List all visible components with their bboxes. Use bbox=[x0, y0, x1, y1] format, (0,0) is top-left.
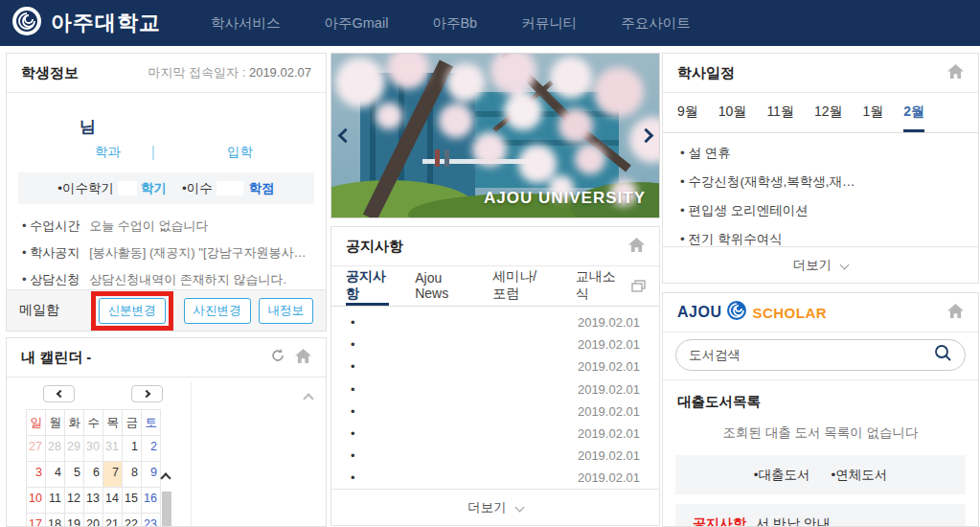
tab-campus-news[interactable]: 교내소식 bbox=[576, 266, 619, 306]
tab-seminar-forum[interactable]: 세미나/포럼 bbox=[492, 266, 550, 306]
notice-row[interactable]: •2019.02.01 bbox=[331, 355, 659, 378]
calendar-next-button[interactable] bbox=[131, 385, 163, 402]
scroll-up-icon[interactable] bbox=[160, 472, 171, 483]
day-cell[interactable]: 10 bbox=[27, 488, 46, 514]
notices-more-button[interactable]: 더보기 bbox=[331, 489, 659, 525]
day-cell-today[interactable]: 7 bbox=[103, 462, 123, 488]
credit-unit[interactable]: 학점 bbox=[249, 180, 275, 197]
chevron-down-icon bbox=[840, 261, 850, 270]
schedule-more-button[interactable]: 더보기 bbox=[663, 246, 978, 283]
day-cell[interactable]: 19 bbox=[65, 514, 84, 527]
weekday-fri: 금 bbox=[123, 410, 142, 436]
day-cell[interactable]: 20 bbox=[84, 514, 103, 527]
library-notice-box[interactable]: 공지사항 서 반납 안내 bbox=[675, 504, 966, 527]
home-icon[interactable] bbox=[947, 304, 964, 322]
book-search-box[interactable] bbox=[675, 339, 966, 371]
menu-community[interactable]: 커뮤니티 bbox=[521, 14, 577, 33]
day-cell[interactable]: 29 bbox=[65, 436, 84, 462]
tab-month-2[interactable]: 2월 bbox=[903, 93, 924, 132]
notice-row[interactable]: •2019.02.01 bbox=[331, 378, 659, 401]
overdue-books-link[interactable]: •연체도서 bbox=[832, 467, 888, 484]
tab-month-9[interactable]: 9월 bbox=[677, 93, 698, 132]
loan-empty-message: 조회된 대출 도서 목록이 없습니다 bbox=[663, 415, 978, 455]
tab-month-12[interactable]: 12월 bbox=[814, 93, 843, 132]
carousel-next-icon[interactable] bbox=[636, 123, 655, 149]
notice-row[interactable]: •2019.02.01 bbox=[331, 445, 659, 467]
student-info-rows: • 수업시간 오늘 수업이 없습니다 • 학사공지 [봉사활동] (재공지) "… bbox=[22, 218, 310, 288]
day-cell[interactable]: 17 bbox=[27, 514, 46, 527]
day-cell[interactable]: 9 bbox=[142, 462, 161, 488]
day-cell[interactable]: 15 bbox=[123, 488, 142, 514]
day-cell[interactable]: 21 bbox=[103, 514, 123, 527]
notice-row[interactable]: •2019.02.01 bbox=[331, 401, 659, 423]
library-notice-badge: 공지사항 bbox=[693, 516, 746, 527]
day-cell[interactable]: 1 bbox=[123, 436, 142, 462]
loan-books-link[interactable]: •대출도서 bbox=[754, 467, 810, 484]
notice-row[interactable]: •2019.02.01 bbox=[331, 333, 659, 355]
day-cell[interactable]: 13 bbox=[84, 488, 103, 514]
home-icon[interactable] bbox=[628, 238, 645, 256]
calendar-body: 일 월 화 수 목 금 토 27 28 29 30 31 1 2 3 4 5 6… bbox=[7, 378, 326, 527]
search-icon[interactable] bbox=[934, 344, 952, 366]
schedule-scroll-up-icon[interactable] bbox=[303, 393, 313, 403]
day-cell[interactable]: 16 bbox=[142, 488, 161, 514]
calendar-scrollbar[interactable] bbox=[162, 469, 172, 527]
day-cell[interactable]: 14 bbox=[103, 488, 123, 514]
day-cell[interactable]: 28 bbox=[46, 436, 65, 462]
day-cell[interactable]: 2 bbox=[142, 436, 161, 462]
student-dept-row: 학과 입학 bbox=[7, 144, 326, 163]
day-cell[interactable]: 8 bbox=[123, 462, 142, 488]
student-info-title: 학생정보 bbox=[21, 64, 79, 82]
my-info-button[interactable]: 내정보 bbox=[259, 298, 314, 324]
day-cell[interactable]: 3 bbox=[27, 462, 46, 488]
my-calendar-panel: 내 캘린더 - 일 월 화 수 목 금 토 bbox=[6, 337, 327, 527]
schedule-item[interactable]: • 편입생 오리엔테이션 bbox=[680, 202, 961, 219]
last-access-date: 2019.02.07 bbox=[249, 65, 311, 80]
home-icon[interactable] bbox=[947, 64, 964, 82]
tab-notices[interactable]: 공지사항 bbox=[346, 266, 389, 306]
tab-month-11[interactable]: 11월 bbox=[766, 93, 794, 132]
menu-academic-services[interactable]: 학사서비스 bbox=[211, 14, 281, 33]
home-icon[interactable] bbox=[295, 349, 311, 367]
last-access: 마지막 접속일자 : 2019.02.07 bbox=[148, 64, 311, 81]
calendar-prev-button[interactable] bbox=[43, 385, 75, 402]
day-cell[interactable]: 23 bbox=[142, 514, 161, 527]
carousel-prev-icon[interactable] bbox=[335, 123, 354, 149]
schedule-item[interactable]: • 설 연휴 bbox=[680, 145, 961, 162]
university-emblem-icon bbox=[11, 6, 42, 40]
day-cell[interactable]: 18 bbox=[46, 514, 65, 527]
weekday-wed: 수 bbox=[84, 410, 103, 436]
carousel-banner[interactable]: AJOU UNIVERSITY bbox=[330, 53, 660, 218]
mailbox-label[interactable]: 메일함 bbox=[19, 302, 91, 319]
academic-notice-row[interactable]: • 학사공지 [봉사활동] (재공지) "[강남구자원봉사센터]… bbox=[22, 244, 310, 262]
library-notice-text[interactable]: 서 반납 안내 bbox=[756, 516, 831, 527]
identity-change-button[interactable]: 신분변경 bbox=[99, 298, 166, 324]
day-cell[interactable]: 30 bbox=[84, 436, 103, 462]
ajou-scholar-logo[interactable]: AJOU SCHOLAR bbox=[677, 300, 827, 325]
scrollbar-thumb[interactable] bbox=[162, 492, 171, 527]
day-cell[interactable]: 4 bbox=[46, 462, 65, 488]
notice-row[interactable]: •2019.02.01 bbox=[331, 467, 659, 489]
menu-main-sites[interactable]: 주요사이트 bbox=[621, 14, 691, 33]
photo-change-button[interactable]: 사진변경 bbox=[184, 298, 251, 324]
schedule-item[interactable]: • 수강신청(재학생,복학생,재… bbox=[680, 173, 961, 191]
menu-ajou-gmail[interactable]: 아주Gmail bbox=[325, 14, 389, 33]
refresh-icon[interactable] bbox=[270, 348, 285, 367]
semester-unit[interactable]: 학기 bbox=[141, 180, 167, 197]
tab-month-1[interactable]: 1월 bbox=[863, 93, 884, 132]
day-cell[interactable]: 11 bbox=[46, 488, 65, 514]
windows-icon[interactable] bbox=[631, 279, 646, 296]
day-cell[interactable]: 12 bbox=[65, 488, 84, 514]
day-cell[interactable]: 31 bbox=[103, 436, 123, 462]
menu-ajou-bb[interactable]: 아주Bb bbox=[432, 14, 477, 33]
notice-row[interactable]: •2019.02.01 bbox=[331, 311, 659, 333]
day-cell[interactable]: 27 bbox=[27, 436, 46, 462]
day-cell[interactable]: 22 bbox=[123, 514, 142, 527]
day-cell[interactable]: 5 bbox=[65, 462, 84, 488]
day-cell[interactable]: 6 bbox=[84, 462, 103, 488]
book-search-input[interactable] bbox=[689, 348, 934, 362]
notice-row[interactable]: •2019.02.01 bbox=[331, 423, 659, 445]
tab-ajou-news[interactable]: Ajou News bbox=[415, 266, 467, 306]
university-logo[interactable]: 아주대학교 bbox=[11, 6, 161, 40]
tab-month-10[interactable]: 10월 bbox=[718, 93, 747, 132]
